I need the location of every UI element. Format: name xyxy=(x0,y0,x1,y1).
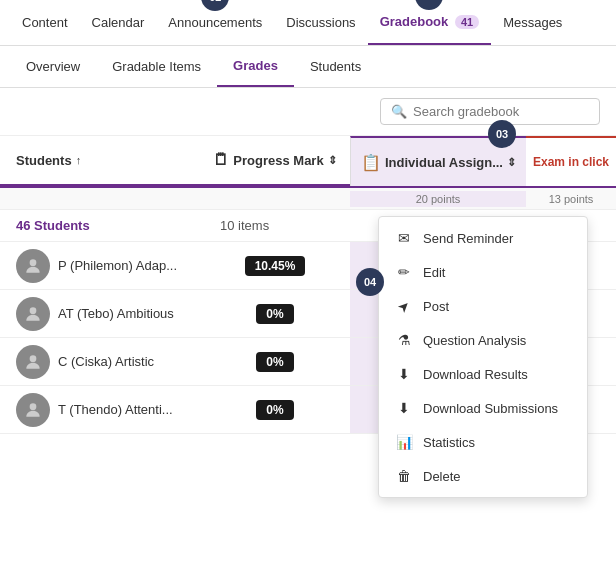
nav-item-calendar[interactable]: Calendar xyxy=(80,1,157,44)
student-name: AT (Tebo) Ambitious xyxy=(58,306,174,321)
total-students: 46 Students xyxy=(0,218,200,233)
nav-item-messages[interactable]: Messages xyxy=(491,1,574,44)
download-submissions-icon: ⬇ xyxy=(395,400,413,416)
statistics-icon: 📊 xyxy=(395,434,413,450)
col-progress-header[interactable]: 🗒 Progress Mark ⇕ xyxy=(200,136,350,186)
progress-badge: 0% xyxy=(256,304,293,324)
delete-icon: 🗑 xyxy=(395,468,413,484)
search-bar-row: 🔍 xyxy=(0,88,616,136)
individual-points: 20 points xyxy=(350,191,526,207)
individual-sort-icon: ⇕ xyxy=(507,156,516,169)
progress-icon: 🗒 xyxy=(213,151,229,169)
dropdown-item-send-reminder[interactable]: ✉ Send Reminder xyxy=(379,221,587,255)
gradebook-badge: 41 xyxy=(455,15,479,29)
sub-nav-grades[interactable]: Grades xyxy=(217,46,294,87)
dropdown-item-download-results[interactable]: ⬇ Download Results xyxy=(379,357,587,391)
post-icon: ➤ xyxy=(392,294,416,318)
step-02-circle: 02 xyxy=(201,0,229,11)
avatar xyxy=(16,249,50,283)
context-dropdown: ✉ Send Reminder ✏ Edit ➤ Post ⚗ Question… xyxy=(378,216,588,498)
nav-item-announcements[interactable]: Announcements 02 xyxy=(156,1,274,44)
col-students-header[interactable]: Students ↑ xyxy=(0,136,200,186)
student-name: C (Ciska) Artistic xyxy=(58,354,154,369)
students-sort-icon: ↑ xyxy=(76,154,82,166)
progress-badge: 10.45% xyxy=(245,256,306,276)
svg-point-0 xyxy=(30,259,37,266)
svg-point-1 xyxy=(30,307,37,314)
search-icon: 🔍 xyxy=(391,104,407,119)
step-03-circle: 03 xyxy=(488,120,516,148)
col-exam-header[interactable]: Exam in click xyxy=(526,136,616,186)
sub-nav-students[interactable]: Students xyxy=(294,47,377,86)
search-input-wrapper: 🔍 xyxy=(380,98,600,125)
student-name: T (Thendo) Attenti... xyxy=(58,402,173,417)
sub-nav: Overview Gradable Items Grades Students xyxy=(0,46,616,88)
progress-sort-icon: ⇕ xyxy=(328,154,337,167)
step-04-circle: 04 xyxy=(356,268,384,296)
avatar xyxy=(16,393,50,427)
dropdown-item-download-submissions[interactable]: ⬇ Download Submissions xyxy=(379,391,587,425)
exam-points: 13 points xyxy=(526,193,616,205)
sub-nav-gradable-items[interactable]: Gradable Items xyxy=(96,47,217,86)
send-reminder-icon: ✉ xyxy=(395,230,413,246)
individual-assign-icon: 📋 xyxy=(361,153,381,172)
dropdown-item-question-analysis[interactable]: ⚗ Question Analysis xyxy=(379,323,587,357)
dropdown-item-statistics[interactable]: 📊 Statistics xyxy=(379,425,587,459)
download-results-icon: ⬇ xyxy=(395,366,413,382)
svg-point-3 xyxy=(30,403,37,410)
nav-item-content[interactable]: Content xyxy=(10,1,80,44)
points-row: 20 points 13 points xyxy=(0,188,616,210)
student-name: P (Philemon) Adap... xyxy=(58,258,177,273)
avatar xyxy=(16,297,50,331)
top-nav: Content Calendar Announcements 02 Discus… xyxy=(0,0,616,46)
sub-nav-overview[interactable]: Overview xyxy=(10,47,96,86)
svg-point-2 xyxy=(30,355,37,362)
dropdown-item-edit[interactable]: ✏ Edit xyxy=(379,255,587,289)
search-input[interactable] xyxy=(413,104,589,119)
edit-icon: ✏ xyxy=(395,264,413,280)
dropdown-item-delete[interactable]: 🗑 Delete xyxy=(379,459,587,493)
col-individual-header[interactable]: 📋 Individual Assign... ⇕ 03 xyxy=(350,136,526,186)
total-items: 10 items xyxy=(200,218,269,233)
dropdown-item-post[interactable]: ➤ Post xyxy=(379,289,587,323)
progress-badge: 0% xyxy=(256,400,293,420)
progress-cell: 10.45% xyxy=(200,256,350,276)
avatar xyxy=(16,345,50,379)
nav-item-gradebook[interactable]: Gradebook 41 01 xyxy=(368,0,492,45)
table-header: Students ↑ 🗒 Progress Mark ⇕ 📋 Individua… xyxy=(0,136,616,188)
progress-cell: 0% xyxy=(200,352,350,372)
nav-item-discussions[interactable]: Discussions xyxy=(274,1,367,44)
progress-cell: 0% xyxy=(200,400,350,420)
question-analysis-icon: ⚗ xyxy=(395,332,413,348)
step-01-circle: 01 xyxy=(415,0,443,10)
progress-badge: 0% xyxy=(256,352,293,372)
progress-cell: 0% xyxy=(200,304,350,324)
